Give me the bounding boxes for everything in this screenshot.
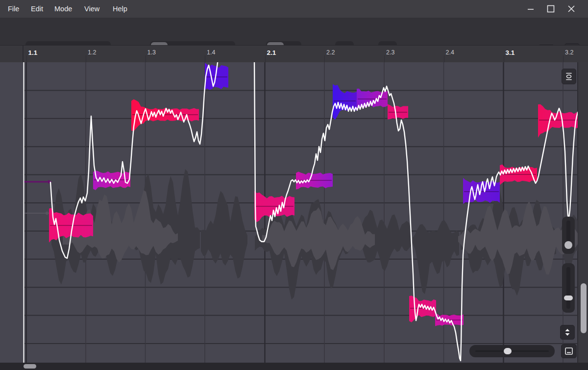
close-button[interactable]: [565, 3, 578, 15]
pitch-editor-window: FileEditModeViewHelp Mode: [0, 0, 588, 370]
ruler-tick: [26, 55, 27, 62]
menu-item-view[interactable]: View: [84, 0, 99, 18]
ruler-tick: [384, 55, 385, 62]
ruler-tick-label: 3.1: [506, 49, 515, 56]
panel-bottom-button[interactable]: [561, 344, 577, 358]
ruler-corner: [0, 46, 24, 63]
vertical-zoom-slider[interactable]: [562, 217, 575, 254]
bottom-panel-icon: [564, 346, 574, 356]
ruler-tick-label: 1.1: [28, 49, 38, 56]
ruler-tick-label: 1.3: [147, 49, 156, 56]
time-ruler[interactable]: 1.11.21.31.42.12.22.32.43.13.2: [0, 45, 588, 62]
menu-item-help[interactable]: Help: [113, 0, 127, 18]
ruler-tick-label: 2.3: [386, 49, 394, 56]
ruler-tick-label: 1.4: [207, 49, 215, 56]
ruler-tick: [205, 55, 205, 62]
minimize-icon: [527, 5, 534, 12]
ruler-tick-label: 3.2: [565, 49, 573, 56]
vertical-stretch-blob-icon: [564, 71, 574, 82]
slider-track: [566, 267, 570, 309]
note-blob[interactable]: [463, 178, 500, 204]
slider-thumb[interactable]: [504, 348, 512, 354]
ruler-tick: [86, 55, 86, 62]
vertical-scrollbar-thumb[interactable]: [581, 283, 587, 333]
octave-spinner-button[interactable]: [560, 325, 575, 340]
up-down-arrows-icon: [563, 327, 572, 337]
maximize-icon: [547, 5, 555, 13]
ruler-tick: [146, 55, 146, 62]
vertical-scroll-slider[interactable]: [562, 263, 575, 313]
slider-thumb[interactable]: [564, 296, 573, 300]
ruler-tick-label: 2.1: [267, 49, 276, 56]
ruler-tick: [563, 55, 564, 62]
menu-item-mode[interactable]: Mode: [54, 0, 72, 18]
horizontal-scrollbar[interactable]: [0, 363, 588, 370]
slider-track: [475, 350, 549, 352]
ruler-tick: [444, 55, 444, 62]
minimize-button[interactable]: [524, 3, 537, 15]
slider-thumb[interactable]: [564, 241, 572, 249]
menu-bar: FileEditModeViewHelp: [0, 0, 588, 18]
horizontal-zoom-slider[interactable]: [469, 345, 555, 357]
ruler-tick: [324, 55, 325, 62]
horizontal-scrollbar-thumb[interactable]: [24, 364, 36, 369]
menu-item-file[interactable]: File: [8, 0, 19, 18]
menu-item-edit[interactable]: Edit: [31, 0, 43, 18]
ruler-tick-label: 2.2: [326, 49, 335, 56]
toolbar: Mode View Notes Edit: [0, 18, 588, 45]
ruler-tick: [504, 55, 504, 62]
ruler-tick-label: 2.4: [446, 49, 454, 56]
ruler-tick: [265, 55, 266, 62]
maximize-button[interactable]: [544, 3, 557, 15]
close-icon: [567, 5, 575, 13]
blob-display-button[interactable]: [562, 69, 576, 84]
ruler-tick-label: 1.2: [88, 49, 96, 56]
pitch-edit-canvas[interactable]: [0, 62, 588, 363]
